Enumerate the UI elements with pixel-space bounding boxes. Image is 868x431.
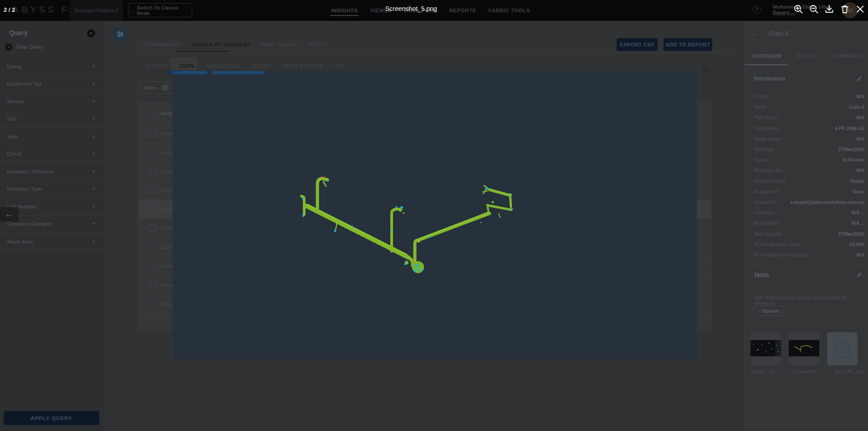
tab-comments[interactable]: COMMENTS xyxy=(833,53,863,59)
edit-pencil-icon[interactable] xyxy=(856,272,863,278)
info-row: POI Height from ViewpointN/A xyxy=(754,250,864,260)
info-row: Due Date27/Mar/2024 xyxy=(754,144,864,155)
filter-group[interactable]: Group▼ xyxy=(0,58,106,76)
image-content-blue-bar xyxy=(173,71,207,74)
chevron-down-icon: ▼ xyxy=(92,187,96,191)
panel-back-arrow-icon[interactable]: ← xyxy=(751,29,758,37)
more-options-icon[interactable]: ⋮ xyxy=(856,28,862,35)
document-icon xyxy=(835,340,850,359)
attachment-list xyxy=(751,332,858,365)
row-checkbox[interactable] xyxy=(148,149,156,156)
info-row: CommentN/A ... xyxy=(754,208,864,218)
info-row: Assigned ToNone xyxy=(754,187,864,197)
row-checkbox[interactable] xyxy=(148,243,156,251)
attachment-thumbnail xyxy=(789,340,819,356)
edit-pencil-icon[interactable] xyxy=(856,76,863,82)
poi-subtabs: BLISTER CUPS HOTBOLTING OTHER PAINT DAMA… xyxy=(145,61,343,71)
close-icon[interactable] xyxy=(855,4,866,15)
row-checkbox[interactable] xyxy=(148,224,156,232)
nav-tab-reports[interactable]: REPORTS xyxy=(448,1,477,20)
tune-icon xyxy=(117,30,124,38)
help-icon[interactable]: ? xyxy=(752,5,761,14)
row-checkbox[interactable] xyxy=(148,281,156,289)
delete-trash-icon[interactable] xyxy=(839,4,850,15)
attachment-image-card[interactable] xyxy=(751,332,781,365)
upload-button[interactable]: ↑ Upload xyxy=(753,306,783,316)
info-row: POI IDN/A xyxy=(754,91,864,102)
row-checkbox[interactable] xyxy=(148,262,156,269)
chevron-down-icon: ▼ xyxy=(92,239,96,244)
zoom-out-icon[interactable] xyxy=(808,4,819,15)
clear-query-button[interactable]: ✕ Clear Query xyxy=(5,44,43,51)
chevron-down-icon: ▼ xyxy=(92,117,96,121)
platform-selector[interactable]: Example Platform 2 xyxy=(70,0,123,21)
filter-panel-toggle-button[interactable] xyxy=(114,28,127,41)
info-row: Workpack No.N/A xyxy=(754,165,864,176)
filter-circuit[interactable]: Circuit▼ xyxy=(0,146,106,163)
detail-tabs: OVERVIEW DETAILS COMMENTS xyxy=(753,53,863,59)
row-checkbox[interactable] xyxy=(148,130,156,137)
attachment-pdf-card[interactable] xyxy=(827,332,858,365)
filter-insulation-type[interactable]: Insulation Type▼ xyxy=(0,181,106,198)
back-arrow-icon: ← xyxy=(128,8,133,13)
subtab-cups[interactable]: CUPS xyxy=(179,63,194,69)
nav-tab-insights[interactable]: INSIGHTS xyxy=(330,1,358,20)
tab-paint-block[interactable]: PAINT BLOCK xyxy=(260,42,298,47)
row-checkbox[interactable] xyxy=(148,300,156,308)
lightbox-title: Screenshot_5.png xyxy=(385,5,437,12)
info-row: NameCups-5 xyxy=(754,102,864,112)
row-checkbox[interactable] xyxy=(148,167,156,175)
row-checkbox[interactable] xyxy=(148,187,156,194)
tabs-divider xyxy=(138,52,739,52)
row-checkbox[interactable] xyxy=(148,206,156,213)
switch-classic-mode-button[interactable]: ← Switch To Classic Mode xyxy=(128,3,192,17)
information-section-title: Information xyxy=(754,76,786,82)
tab-details[interactable]: DETAILS xyxy=(796,53,818,59)
clear-icon: ✕ xyxy=(5,44,12,51)
subtab-hotbolting[interactable]: HOTBOLTING xyxy=(206,63,240,69)
lightbox-image-counter: 2 / 2 xyxy=(4,6,15,13)
chevron-down-icon: ▼ xyxy=(92,64,96,69)
select-all-checkbox[interactable] xyxy=(148,110,156,117)
chevron-down-icon: ▼ xyxy=(92,81,96,86)
tab-decks[interactable]: DECKS xyxy=(307,42,327,47)
info-row: POI Height from Deck63.59ft xyxy=(754,239,864,250)
close-query-icon[interactable]: ✕ xyxy=(87,29,95,37)
apply-query-button[interactable]: APPLY QUERY xyxy=(4,411,99,425)
info-row: Component6-PF-2008-G4 xyxy=(754,123,864,134)
upload-arrow-icon: ↑ xyxy=(757,308,760,314)
tab-overview[interactable]: OVERVIEW xyxy=(753,53,781,59)
subtab-paint-damage[interactable]: PAINT DAMAGE xyxy=(282,63,323,69)
info-row: StatusIn Review xyxy=(754,155,864,165)
next-page-chevron[interactable]: › xyxy=(700,319,703,326)
add-to-report-button[interactable]: ADD TO REPORT xyxy=(664,38,712,51)
filter-size[interactable]: Size▼ xyxy=(0,111,106,128)
chevron-down-icon: ▼ xyxy=(92,222,96,226)
lightbox-image-view[interactable] xyxy=(173,71,697,359)
lightbox-toolbar xyxy=(793,4,866,15)
subtab-other[interactable]: OTHER xyxy=(252,63,271,69)
info-row: AccessibilityN/A ... xyxy=(754,218,864,228)
download-icon[interactable] xyxy=(824,4,835,15)
zoom-in-icon[interactable] xyxy=(793,4,804,15)
attachment-label: Test_HR_.pdf xyxy=(830,369,868,374)
subtab-pit[interactable]: PIT xyxy=(335,63,343,69)
tab-components[interactable]: COMPONENTS xyxy=(143,42,182,47)
subtab-blister[interactable]: BLISTER xyxy=(145,63,168,69)
export-csv-button[interactable]: EXPORT CSV xyxy=(617,38,658,51)
filter-insulation-thickness[interactable]: Insulation Thickness▼ xyxy=(0,163,106,181)
tab-points-of-interest[interactable]: POINTS OF INTEREST xyxy=(192,42,250,47)
collapse-sidebar-button[interactable]: ← xyxy=(0,207,18,222)
filter-equipment-tag[interactable]: Equipment Tag▼ xyxy=(0,76,106,93)
note-section-title: Note xyxy=(754,271,769,279)
attachment-thumbnail xyxy=(751,340,781,356)
chevron-down-icon: ▼ xyxy=(92,99,96,104)
info-row: Image NameN/A xyxy=(754,134,864,144)
chevron-down-icon: ▼ xyxy=(92,169,96,174)
table-settings-gear-icon[interactable] xyxy=(701,66,709,75)
filter-alarm-level[interactable]: Alarm level▼ xyxy=(0,233,106,251)
nav-tab-fabric-tools[interactable]: FABRIC TOOLS xyxy=(487,1,531,20)
attachment-image-card[interactable] xyxy=(789,332,819,365)
filter-spec[interactable]: Spec▼ xyxy=(0,128,106,146)
filter-service[interactable]: Service▼ xyxy=(0,93,106,111)
